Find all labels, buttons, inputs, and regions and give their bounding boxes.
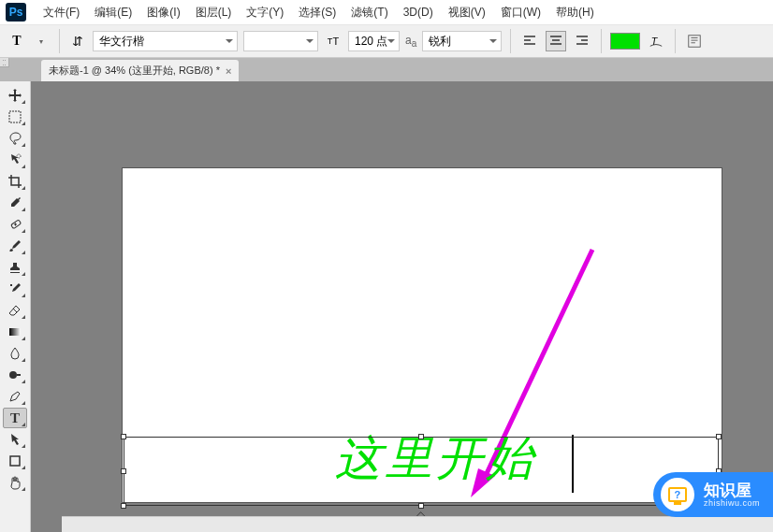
canvas-workspace[interactable]: 这里开始 ◇ xyxy=(31,81,773,532)
antialias-label: aa xyxy=(405,34,416,49)
main-area: T 这里开始 ◇ xyxy=(0,81,773,532)
menu-3d[interactable]: 3D(D) xyxy=(396,3,441,22)
pen-tool[interactable] xyxy=(3,386,27,407)
font-size-select[interactable]: 120 点 xyxy=(348,31,400,51)
shape-tool[interactable] xyxy=(3,451,27,471)
eyedropper-tool[interactable] xyxy=(3,193,27,213)
svg-rect-2 xyxy=(9,111,21,122)
font-size-icon: TT xyxy=(324,32,343,50)
history-brush-tool[interactable] xyxy=(3,279,27,299)
watermark-title: 知识屋 xyxy=(704,482,760,498)
menu-type[interactable]: 文字(Y) xyxy=(239,2,291,23)
panel-drag-handle[interactable]: ···· xyxy=(0,58,9,67)
menu-image[interactable]: 图像(I) xyxy=(139,2,187,23)
watermark-icon: ? xyxy=(661,478,694,511)
watermark-badge: ? 知识屋 zhishiwu.com xyxy=(653,472,773,517)
svg-rect-1 xyxy=(689,36,700,47)
menu-select[interactable]: 选择(S) xyxy=(291,2,343,23)
font-style-select[interactable] xyxy=(243,31,318,51)
warp-text-icon[interactable]: T xyxy=(646,31,666,51)
separator xyxy=(510,29,511,53)
dodge-tool[interactable] xyxy=(3,365,27,385)
menu-edit[interactable]: 编辑(E) xyxy=(87,2,139,23)
menu-window[interactable]: 窗口(W) xyxy=(493,2,548,23)
menu-help[interactable]: 帮助(H) xyxy=(548,2,602,23)
antialias-value: 锐利 xyxy=(429,34,451,50)
font-size-value: 120 xyxy=(355,35,373,48)
lasso-tool[interactable] xyxy=(3,128,27,149)
marquee-tool[interactable] xyxy=(3,107,27,127)
crop-tool[interactable] xyxy=(3,171,27,192)
type-tool-icon: T xyxy=(7,32,26,50)
resize-handle-tl[interactable] xyxy=(121,434,126,439)
document-tab-title: 未标题-1 @ 34% (这里开始, RGB/8) * xyxy=(49,64,220,78)
antialias-select[interactable]: 锐利 xyxy=(422,31,502,51)
separator xyxy=(59,29,60,53)
character-panel-icon[interactable] xyxy=(684,31,705,51)
text-bounding-box[interactable]: ◇ xyxy=(124,437,719,506)
svg-point-3 xyxy=(17,154,21,158)
text-options-bar: T ▾ ⇵ 华文行楷 TT 120 点 aa 锐利 T xyxy=(0,25,773,58)
tools-panel: T xyxy=(0,81,31,532)
document-tab[interactable]: 未标题-1 @ 34% (这里开始, RGB/8) * × xyxy=(41,60,239,81)
blur-tool[interactable] xyxy=(3,343,27,364)
watermark-url: zhishiwu.com xyxy=(704,498,760,508)
path-select-tool[interactable] xyxy=(3,429,27,450)
gradient-tool[interactable] xyxy=(3,322,27,342)
brush-tool[interactable] xyxy=(3,236,27,256)
menu-bar: Ps 文件(F) 编辑(E) 图像(I) 图层(L) 文字(Y) 选择(S) 滤… xyxy=(0,0,773,25)
app-logo: Ps xyxy=(6,3,26,22)
type-tool[interactable]: T xyxy=(3,408,27,428)
type-tool-dropdown-icon[interactable]: ▾ xyxy=(32,32,51,50)
tab-close-icon[interactable]: × xyxy=(226,65,231,77)
resize-handle-tr[interactable] xyxy=(716,434,722,439)
horizontal-scrollbar[interactable] xyxy=(62,516,773,532)
font-family-select[interactable]: 华文行楷 xyxy=(93,31,238,51)
resize-handle-ml[interactable] xyxy=(121,468,126,474)
heal-tool[interactable] xyxy=(3,214,27,235)
align-right-button[interactable] xyxy=(572,31,592,51)
menu-view[interactable]: 视图(V) xyxy=(441,2,493,23)
resize-handle-bl[interactable] xyxy=(121,503,126,509)
watermark-monitor-icon: ? xyxy=(668,487,687,502)
font-size-unit: 点 xyxy=(376,34,387,50)
stamp-tool[interactable] xyxy=(3,257,27,278)
eraser-tool[interactable] xyxy=(3,300,27,321)
menu-filter[interactable]: 滤镜(T) xyxy=(343,2,395,23)
hand-tool[interactable] xyxy=(3,472,27,493)
svg-rect-7 xyxy=(10,456,20,466)
menu-file[interactable]: 文件(F) xyxy=(36,2,87,23)
quick-select-tool[interactable] xyxy=(3,150,27,170)
align-center-button[interactable] xyxy=(546,31,566,51)
separator xyxy=(601,29,602,53)
resize-handle-tm[interactable] xyxy=(418,434,424,439)
svg-rect-5 xyxy=(9,328,21,336)
watermark-text: 知识屋 zhishiwu.com xyxy=(704,482,760,508)
menu-layer[interactable]: 图层(L) xyxy=(188,2,240,23)
document-tab-bar: 未标题-1 @ 34% (这里开始, RGB/8) * × xyxy=(0,58,773,81)
text-orientation-icon[interactable]: ⇵ xyxy=(68,32,87,50)
align-left-button[interactable] xyxy=(519,31,540,51)
svg-point-6 xyxy=(9,371,17,379)
font-family-value: 华文行楷 xyxy=(99,34,144,50)
separator xyxy=(675,29,676,53)
text-color-swatch[interactable] xyxy=(610,33,640,50)
move-tool[interactable] xyxy=(3,85,27,106)
